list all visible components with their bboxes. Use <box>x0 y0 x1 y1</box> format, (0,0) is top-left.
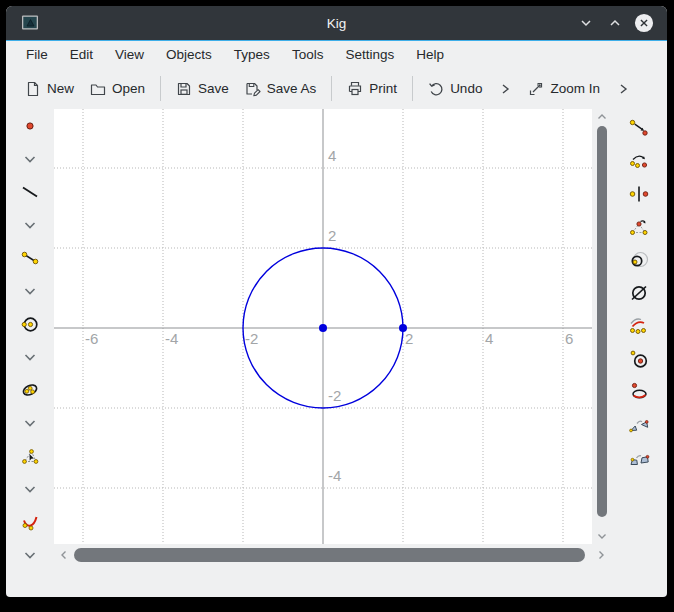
harmonic-homology-tool-button[interactable] <box>611 375 667 408</box>
new-document-icon <box>25 81 41 97</box>
invert-tool-button[interactable] <box>611 243 667 276</box>
affinity-tool-button[interactable] <box>611 441 667 474</box>
arc-icon <box>20 512 40 532</box>
scale-tool-button[interactable] <box>611 210 667 243</box>
geometry-canvas[interactable]: -6-4-224642-2-4 <box>54 109 592 544</box>
horizontal-scroll-track[interactable] <box>73 548 592 562</box>
menu-view[interactable]: View <box>104 44 155 65</box>
polygon-tool-button[interactable] <box>6 439 54 472</box>
point-icon <box>20 116 40 136</box>
scroll-left-button[interactable] <box>57 544 71 566</box>
line-icon <box>20 182 40 202</box>
menu-file[interactable]: File <box>15 44 59 65</box>
save-button[interactable]: Save <box>168 75 237 103</box>
conic-tools-expander[interactable] <box>6 406 54 439</box>
x-axis-tick-label: -6 <box>85 330 98 347</box>
chevron-left-icon <box>58 549 70 561</box>
line-tools-expander[interactable] <box>6 208 54 241</box>
x-axis-tick-label: -2 <box>245 330 258 347</box>
close-button[interactable] <box>634 13 654 33</box>
rotate-tool-button[interactable] <box>611 144 667 177</box>
reflect-tool-button[interactable] <box>611 177 667 210</box>
x-axis-tick-label: 2 <box>405 330 413 347</box>
menu-help[interactable]: Help <box>405 44 455 65</box>
y-axis-tick-label: -4 <box>328 467 341 484</box>
titlebar[interactable]: Kig <box>6 6 667 41</box>
menu-settings[interactable]: Settings <box>334 44 405 65</box>
similitude-tool-button[interactable] <box>611 309 667 342</box>
similarity-tool-button[interactable] <box>611 408 667 441</box>
new-button-label: New <box>47 81 74 96</box>
horizontal-scrollbar[interactable] <box>54 544 611 566</box>
geometry-canvas-svg[interactable]: -6-4-224642-2-4 <box>54 109 592 544</box>
reflect-over-line-icon <box>628 183 650 205</box>
conic-ellipse-icon <box>20 380 40 400</box>
toolbar-overflow-button[interactable] <box>608 76 638 102</box>
vertical-scroll-track[interactable] <box>597 125 607 528</box>
save-as-icon <box>245 81 261 97</box>
x-axis-tick-label: 4 <box>485 330 493 347</box>
new-button[interactable]: New <box>17 75 82 103</box>
chevron-down-icon <box>578 15 594 31</box>
save-button-label: Save <box>198 81 229 96</box>
y-axis-tick-label: -2 <box>328 387 341 404</box>
open-button[interactable]: Open <box>82 75 153 103</box>
y-axis-tick-label: 2 <box>328 227 336 244</box>
undo-button-label: Undo <box>450 81 482 96</box>
main-toolbar: New Open Save Save As <box>6 68 667 109</box>
polygon-icon <box>20 446 40 466</box>
maximize-button[interactable] <box>605 13 625 33</box>
polygon-tools-expander[interactable] <box>6 472 54 505</box>
similarity-polygons-icon <box>628 414 650 436</box>
segment-tool-button[interactable] <box>6 241 54 274</box>
toolbar-separator <box>412 76 413 101</box>
save-as-button[interactable]: Save As <box>237 75 325 103</box>
point-object[interactable] <box>319 324 327 332</box>
minimize-button[interactable] <box>576 13 596 33</box>
scroll-right-button[interactable] <box>594 544 608 566</box>
zoom-in-button[interactable]: Zoom In <box>520 75 608 103</box>
open-folder-icon <box>90 81 106 97</box>
chevron-down-icon <box>596 530 608 542</box>
chevron-down-icon <box>20 413 40 433</box>
chevron-down-icon <box>20 281 40 301</box>
point-tools-expander[interactable] <box>6 142 54 175</box>
point-tool-button[interactable] <box>6 109 54 142</box>
scroll-down-button[interactable] <box>592 528 611 544</box>
arc-tools-expander[interactable] <box>6 538 54 571</box>
menu-types[interactable]: Types <box>223 44 281 65</box>
print-button-label: Print <box>369 81 397 96</box>
menu-objects[interactable]: Objects <box>155 44 223 65</box>
conic-tool-button[interactable] <box>6 373 54 406</box>
line-tool-button[interactable] <box>6 175 54 208</box>
circle-center-tool-button[interactable] <box>611 342 667 375</box>
segment-tools-expander[interactable] <box>6 274 54 307</box>
circle-tools-expander[interactable] <box>6 340 54 373</box>
chevron-up-icon <box>596 111 608 123</box>
zoom-in-icon <box>528 81 544 97</box>
test-tool-button[interactable] <box>611 276 667 309</box>
point-object[interactable] <box>399 324 407 332</box>
document-area: -6-4-224642-2-4 <box>54 109 611 597</box>
chevron-down-icon <box>20 479 40 499</box>
save-as-button-label: Save As <box>267 81 317 96</box>
undo-button[interactable]: Undo <box>420 75 490 103</box>
status-bar <box>54 566 611 597</box>
save-icon <box>176 81 192 97</box>
crossed-circle-icon <box>628 282 650 304</box>
print-button[interactable]: Print <box>339 75 405 103</box>
vertical-scroll-thumb[interactable] <box>597 126 607 517</box>
menu-tools[interactable]: Tools <box>281 44 335 65</box>
scale-triangle-icon <box>628 216 650 238</box>
translate-tool-button[interactable] <box>611 111 667 144</box>
vertical-scrollbar[interactable] <box>592 109 611 544</box>
similitude-arc-icon <box>628 315 650 337</box>
transformations-toolbar <box>611 109 667 597</box>
print-icon <box>347 81 363 97</box>
arc-tool-button[interactable] <box>6 505 54 538</box>
circle-tool-button[interactable] <box>6 307 54 340</box>
horizontal-scroll-thumb[interactable] <box>74 548 585 562</box>
scroll-up-button[interactable] <box>592 109 611 125</box>
undo-overflow-button[interactable] <box>490 76 520 102</box>
menu-edit[interactable]: Edit <box>59 44 104 65</box>
